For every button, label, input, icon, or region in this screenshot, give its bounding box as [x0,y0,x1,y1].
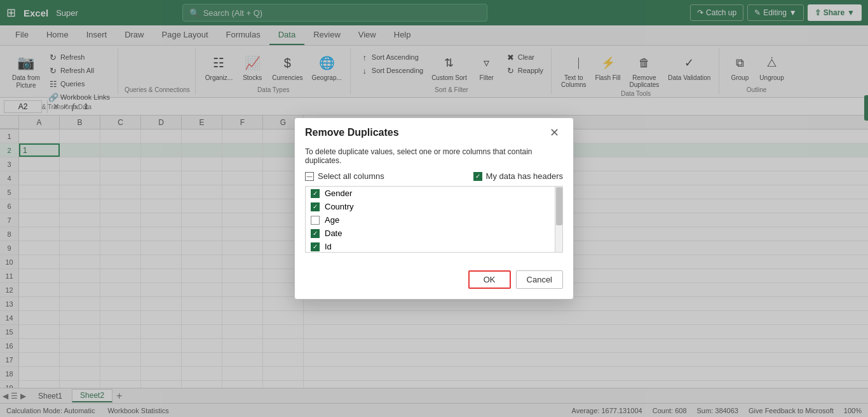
column-list-item-age[interactable]: Age [306,213,555,227]
modal-header: Remove Duplicates ✕ [295,118,573,145]
ok-button[interactable]: OK [468,270,511,289]
cancel-button[interactable]: Cancel [516,270,563,289]
column-list-item-country[interactable]: ✓ Country [306,200,555,213]
modal-description: To delete duplicate values, select one o… [305,147,563,165]
country-checkbox[interactable]: ✓ [311,202,320,211]
modal-body: To delete duplicate values, select one o… [295,145,573,268]
column-list-container: ✓ Gender ✓ Country Age ✓ Date [305,186,563,253]
modal-close-button[interactable]: ✕ [546,126,563,140]
modal-overlay: Remove Duplicates ✕ To delete duplicate … [0,0,868,417]
column-list-item-id[interactable]: ✓ Id [306,240,555,252]
gender-checkbox[interactable]: ✓ [311,189,320,198]
indeterminate-checkbox-icon [305,172,314,181]
select-all-columns-checkbox[interactable]: Select all columns [305,171,384,181]
modal-footer: OK Cancel [295,268,573,299]
column-list: ✓ Gender ✓ Country Age ✓ Date [306,187,555,252]
id-checkbox[interactable]: ✓ [311,242,320,251]
column-list-item-gender[interactable]: ✓ Gender [306,187,555,200]
scrollbar-thumb[interactable] [556,187,562,225]
checked-checkbox-icon: ✓ [473,172,482,181]
date-checkbox[interactable]: ✓ [311,229,320,238]
modal-options-row: Select all columns ✓ My data has headers [305,171,563,181]
modal-title: Remove Duplicates [305,127,399,138]
my-data-has-headers-checkbox[interactable]: ✓ My data has headers [473,171,563,181]
age-checkbox[interactable] [311,216,320,225]
column-list-item-date[interactable]: ✓ Date [306,227,555,240]
scrollbar-track[interactable] [555,187,562,252]
remove-duplicates-dialog: Remove Duplicates ✕ To delete duplicate … [294,117,574,300]
